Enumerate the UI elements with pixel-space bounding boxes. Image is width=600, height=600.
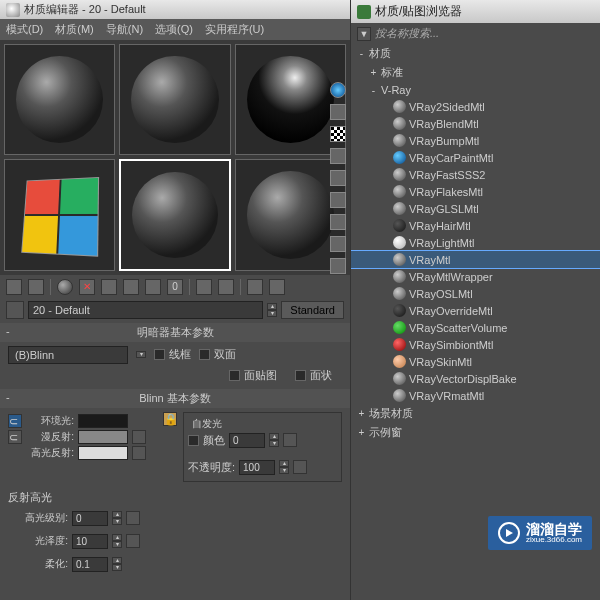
self-illum-map-icon[interactable] (283, 433, 297, 447)
blinn-basic-section: -Blinn 基本参数 ⊂环境光: ⊂漫反射: 高光反射: 🔒 自发光 颜色▴▾… (0, 389, 350, 578)
material-name-input[interactable] (28, 301, 263, 319)
specular-map-icon[interactable] (132, 446, 146, 460)
menu-bar: 模式(D) 材质(M) 导航(N) 选项(Q) 实用程序(U) (0, 19, 350, 40)
window-titlebar: 材质编辑器 - 20 - Default (0, 0, 350, 19)
window-title: 材质编辑器 - 20 - Default (24, 2, 146, 17)
tree-vray-item[interactable]: VRaySkinMtl (351, 353, 600, 370)
material-name-row: ▴▾ Standard (0, 299, 350, 321)
self-illum-checkbox[interactable] (188, 435, 199, 446)
browser-icon (357, 5, 371, 19)
material-browser-panel: 材质/贴图浏览器 ▼ 按名称搜索... -材质 +标准 -V-Ray VRay2… (350, 0, 600, 600)
eyedropper-icon[interactable] (6, 301, 24, 319)
select-by-mat-icon[interactable] (330, 236, 346, 252)
slot-count-icon[interactable] (330, 258, 346, 274)
opacity-map-icon[interactable] (293, 460, 307, 474)
lock-icon[interactable]: 🔒 (163, 412, 177, 426)
material-toolbar: ✕ 0 (0, 275, 350, 299)
specular-swatch[interactable] (78, 446, 128, 460)
collapse-icon[interactable]: - (6, 325, 10, 337)
wire-checkbox[interactable] (154, 349, 165, 360)
gloss-spinner[interactable] (72, 534, 108, 549)
tree-root-materials[interactable]: -材质 (351, 44, 600, 63)
material-slots (0, 40, 350, 275)
material-id-icon[interactable]: 0 (167, 279, 183, 295)
faceted-checkbox[interactable] (295, 370, 306, 381)
material-editor-panel: 材质编辑器 - 20 - Default 模式(D) 材质(M) 导航(N) 选… (0, 0, 350, 600)
play-icon (498, 522, 520, 544)
material-type-button[interactable]: Standard (281, 301, 344, 319)
show-end-icon[interactable] (218, 279, 234, 295)
tree-vray-item[interactable]: VRayOverrideMtl (351, 302, 600, 319)
slot-side-toolbar (330, 82, 348, 274)
opacity-spinner[interactable] (239, 460, 275, 475)
tree-vray-item[interactable]: VRayBlendMtl (351, 115, 600, 132)
collapse-icon[interactable]: - (6, 391, 10, 403)
tree-vray-item[interactable]: VRayLightMtl (351, 234, 600, 251)
tree-vray-item[interactable]: VRay2SidedMtl (351, 98, 600, 115)
soften-spinner[interactable] (72, 557, 108, 572)
assign-icon[interactable] (57, 279, 73, 295)
spec-level-map-icon[interactable] (126, 511, 140, 525)
backlight-icon[interactable] (330, 104, 346, 120)
tree-vray-item[interactable]: VRayCarPaintMtl (351, 149, 600, 166)
tree-vray-item[interactable]: VRayScatterVolume (351, 319, 600, 336)
put-library-icon[interactable] (145, 279, 161, 295)
gloss-map-icon[interactable] (126, 534, 140, 548)
menu-navigate[interactable]: 导航(N) (106, 22, 143, 37)
go-forward-icon[interactable] (269, 279, 285, 295)
tree-vray-item[interactable]: VRayVectorDisplBake (351, 370, 600, 387)
put-to-scene-icon[interactable] (28, 279, 44, 295)
lock-diffuse-icon[interactable]: ⊂ (8, 430, 22, 444)
tree-scene-materials[interactable]: +场景材质 (351, 404, 600, 423)
diffuse-swatch[interactable] (78, 430, 128, 444)
tree-vray-item[interactable]: VRayFlakesMtl (351, 183, 600, 200)
options-icon[interactable] (330, 214, 346, 230)
menu-options[interactable]: 选项(Q) (155, 22, 193, 37)
material-slot[interactable] (4, 159, 115, 270)
make-unique-icon[interactable] (123, 279, 139, 295)
face-map-checkbox[interactable] (229, 370, 240, 381)
self-illum-spinner[interactable] (229, 433, 265, 448)
copy-icon[interactable] (101, 279, 117, 295)
app-icon (6, 3, 20, 17)
browser-titlebar: 材质/贴图浏览器 (351, 0, 600, 23)
search-input[interactable]: 按名称搜索... (375, 26, 439, 41)
menu-util[interactable]: 实用程序(U) (205, 22, 264, 37)
get-material-icon[interactable] (6, 279, 22, 295)
shader-basic-section: -明暗器基本参数 (B)Blinn ▾ 线框 双面 面贴图 面状 (0, 323, 350, 387)
tree-vray-item-selected[interactable]: VRayMtl (351, 251, 600, 268)
tree-vray-item[interactable]: VRayBumpMtl (351, 132, 600, 149)
menu-material[interactable]: 材质(M) (55, 22, 94, 37)
tree-vray-item[interactable]: VRayMtlWrapper (351, 268, 600, 285)
menu-mode[interactable]: 模式(D) (6, 22, 43, 37)
diffuse-map-icon[interactable] (132, 430, 146, 444)
tree-vray-item[interactable]: VRayGLSLMtl (351, 200, 600, 217)
background-icon[interactable] (330, 126, 346, 142)
search-options-icon[interactable]: ▼ (357, 27, 371, 41)
tree-vray-item[interactable]: VRayVRmatMtl (351, 387, 600, 404)
tree-vray-item[interactable]: VRaySimbiontMtl (351, 336, 600, 353)
sample-type-icon[interactable] (330, 82, 346, 98)
tree-vray-item[interactable]: VRayFastSSS2 (351, 166, 600, 183)
material-slot-selected[interactable] (119, 159, 230, 270)
reset-icon[interactable]: ✕ (79, 279, 95, 295)
spec-level-spinner[interactable] (72, 511, 108, 526)
ambient-swatch[interactable] (78, 414, 128, 428)
lock-ambient-icon[interactable]: ⊂ (8, 414, 22, 428)
preview-icon[interactable] (330, 192, 346, 208)
tree-vray-item[interactable]: VRayOSLMtl (351, 285, 600, 302)
go-parent-icon[interactable] (247, 279, 263, 295)
watermark: 溜溜自学 zixue.3d66.com (488, 516, 592, 550)
material-slot[interactable] (119, 44, 230, 155)
shader-dropdown[interactable]: (B)Blinn (8, 346, 128, 364)
tree-standard[interactable]: +标准 (351, 63, 600, 82)
video-check-icon[interactable] (330, 170, 346, 186)
tree-vray[interactable]: -V-Ray (351, 82, 600, 98)
two-sided-checkbox[interactable] (199, 349, 210, 360)
material-slot[interactable] (4, 44, 115, 155)
tree-sample-window[interactable]: +示例窗 (351, 423, 600, 442)
tree-vray-item[interactable]: VRayHairMtl (351, 217, 600, 234)
show-map-icon[interactable] (196, 279, 212, 295)
sample-uv-icon[interactable] (330, 148, 346, 164)
